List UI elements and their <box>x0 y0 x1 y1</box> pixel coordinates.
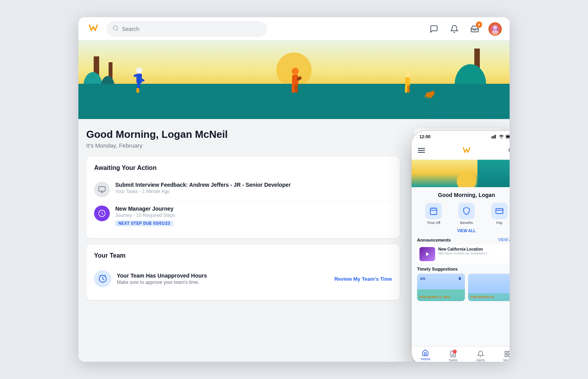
svg-rect-48 <box>430 208 437 215</box>
phone-logo <box>461 145 472 157</box>
svg-marker-54 <box>426 252 429 256</box>
svg-rect-15 <box>295 84 298 93</box>
svg-rect-34 <box>492 136 492 139</box>
phone-announcement-item[interactable]: New California Location We have moved ou… <box>417 245 510 263</box>
phone-icon-pay[interactable]: Pay <box>491 203 508 225</box>
phone-ann-text: New California Location We have moved ou… <box>438 247 490 261</box>
phone-nav-alerts[interactable]: Alerts <box>476 350 485 362</box>
action-subtitle-interview: Your Tasks - 1 Minute Ago <box>115 189 291 194</box>
your-team-title: Your Team <box>94 252 392 259</box>
phone-menu-button[interactable] <box>418 148 425 154</box>
svg-point-4 <box>493 25 497 29</box>
svg-point-46 <box>509 148 510 152</box>
phone-ann-subtitle: We have moved our business t... <box>438 251 490 255</box>
nav-icons: 8 <box>427 22 502 36</box>
svg-rect-40 <box>506 135 510 137</box>
team-clock-icon <box>94 270 111 287</box>
svg-rect-58 <box>508 351 510 353</box>
benefits-label: Benefits <box>460 221 473 225</box>
search-bar[interactable] <box>107 22 267 36</box>
phone-nav-home[interactable]: Home <box>421 349 430 362</box>
phone-status-bar: 12:00 <box>412 131 510 143</box>
phone-view-all[interactable]: VIEW ALL <box>417 229 510 233</box>
action-icon-journey <box>94 206 110 221</box>
user-avatar[interactable] <box>488 22 502 36</box>
action-item[interactable]: Submit Interview Feedback: Andrew Jeffer… <box>94 178 392 202</box>
due-badge: NEXT STEP DUE 03/01/23 <box>115 220 173 226</box>
date-text: It's Monday, February <box>86 142 400 149</box>
svg-line-24 <box>425 95 426 98</box>
phone-nav-tasks-label: Tasks <box>448 358 457 362</box>
phone-ann-title: New California Location <box>438 247 490 251</box>
benefits-icon-box <box>458 203 475 219</box>
svg-line-26 <box>431 96 431 99</box>
notifications-button[interactable] <box>448 22 461 36</box>
svg-rect-59 <box>505 354 507 356</box>
phone-nav-bar <box>412 143 510 160</box>
top-navigation: 8 <box>78 17 510 41</box>
phone-nav-alerts-label: Alerts <box>476 358 485 362</box>
phone-icon-timeoff[interactable]: Time Off <box>425 203 442 225</box>
svg-rect-20 <box>407 85 410 93</box>
team-item-subtitle: Make sure to approve your team's time. <box>117 280 207 285</box>
awaiting-action-card: Awaiting Your Action Submit Interview Fe… <box>86 157 400 238</box>
phone-announcements-title: Announcements <box>417 238 451 242</box>
timeoff-icon-box <box>425 203 442 219</box>
team-item: Your Team Has Unapproved Hours Make sure… <box>94 265 392 292</box>
action-text-interview: Submit Interview Feedback: Andrew Jeffer… <box>115 182 291 194</box>
svg-rect-52 <box>496 209 503 214</box>
phone-nav-menu[interactable]: Menu <box>503 350 510 362</box>
team-item-title: Your Team Has Unapproved Hours <box>117 273 207 279</box>
suggestion-due-1: DUE MARCH 8, 2023 <box>419 295 450 299</box>
inbox-button[interactable]: 8 <box>468 22 481 36</box>
greeting-text: Good Morning, Logan McNeil <box>86 128 400 141</box>
svg-rect-60 <box>508 354 510 356</box>
phone-hero-banner <box>412 160 510 187</box>
action-text-journey: New Manager Journey Journey - 10 Require… <box>115 206 175 226</box>
desktop-card: 8 <box>78 17 510 362</box>
svg-rect-37 <box>495 135 496 139</box>
suggestion-card-1[interactable]: 0/3 DUE MARCH 8, 2023 <box>417 274 465 301</box>
action-title-interview: Submit Interview Feedback: Andrew Jeffer… <box>115 182 291 188</box>
hero-banner <box>78 41 510 119</box>
inbox-badge: 8 <box>476 22 482 28</box>
messages-button[interactable] <box>427 22 441 36</box>
pay-label: Pay <box>496 221 503 225</box>
awaiting-action-title: Awaiting Your Action <box>94 164 392 171</box>
phone-nav-home-label: Home <box>421 357 430 361</box>
review-team-time-link[interactable]: Review My Team's Time <box>334 276 392 282</box>
svg-rect-36 <box>494 135 495 139</box>
left-column: Good Morning, Logan McNeil It's Monday, … <box>78 119 408 362</box>
your-team-card: Your Team Your Team Has Unapproved Hours… <box>86 244 400 300</box>
phone-suggestions-title: Timely Suggestions <box>417 267 510 271</box>
app-logo[interactable] <box>86 21 100 37</box>
phone-bottom-navigation: Home ! Tasks Alerts <box>412 346 510 362</box>
phone-announcements-view-all[interactable]: VIEW ALL <box>498 238 510 242</box>
svg-point-1 <box>113 26 118 30</box>
phone-icon-benefits[interactable]: Benefits <box>458 203 475 225</box>
svg-rect-13 <box>292 75 298 86</box>
phone-search-button[interactable] <box>508 147 510 155</box>
suggestion-card-2[interactable]: DUE MARCH 22 <box>468 274 510 301</box>
phone-time: 12:00 <box>419 134 430 139</box>
search-input[interactable] <box>122 26 261 32</box>
tasks-badge: ! <box>453 350 457 354</box>
svg-line-2 <box>117 29 118 31</box>
svg-rect-19 <box>405 85 407 93</box>
phone-ann-thumb <box>419 247 435 261</box>
mobile-phone: 12:00 <box>412 131 510 362</box>
timeoff-label: Time Off <box>427 221 440 225</box>
action-item-journey[interactable]: New Manager Journey Journey - 10 Require… <box>94 202 392 230</box>
phone-greeting: Good Morning, Logan <box>417 192 510 198</box>
phone-quick-icons: Time Off Benefits <box>417 203 510 225</box>
action-title-journey: New Manager Journey <box>115 206 175 212</box>
suggestion-due-2: DUE MARCH 22 <box>470 295 494 299</box>
action-icon-interview <box>94 182 110 197</box>
team-text: Your Team Has Unapproved Hours Make sure… <box>117 273 207 285</box>
svg-rect-28 <box>99 187 105 191</box>
svg-rect-35 <box>493 136 494 139</box>
svg-rect-45 <box>461 145 472 156</box>
search-icon <box>113 25 119 33</box>
phone-nav-tasks[interactable]: ! Tasks <box>448 350 457 362</box>
svg-rect-0 <box>86 21 100 35</box>
